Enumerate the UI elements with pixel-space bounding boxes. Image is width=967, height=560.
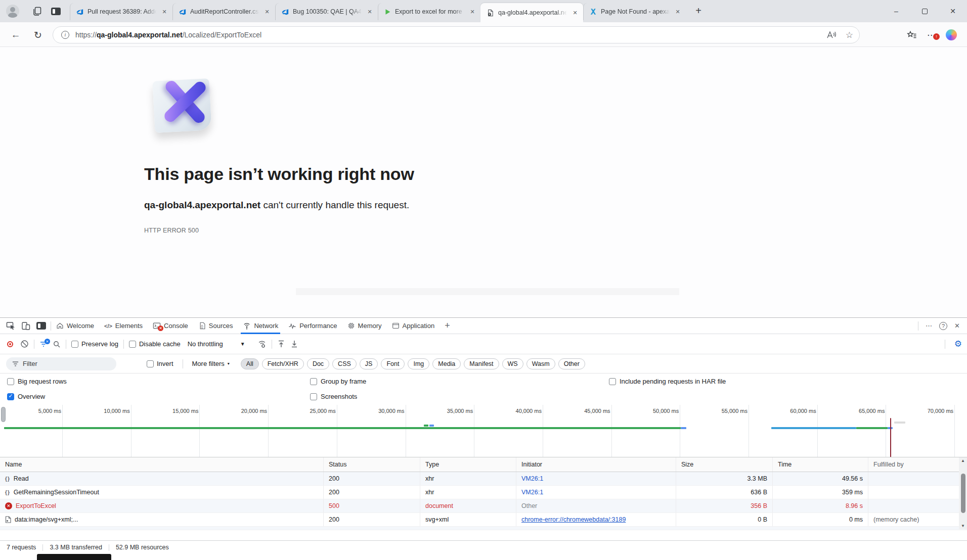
column-type[interactable]: Type (420, 457, 516, 472)
table-scrollbar[interactable]: ▲ ▼ (959, 457, 967, 529)
more-tabs-button[interactable]: + (439, 320, 455, 331)
column-initiator[interactable]: Initiator (516, 457, 676, 472)
more-filters-dropdown[interactable]: More filters▾ (192, 360, 230, 367)
close-window-button[interactable]: ✕ (939, 0, 967, 22)
filter-toggle-icon[interactable]: ✕ (39, 341, 48, 348)
import-har-icon[interactable] (277, 340, 285, 348)
group-by-frame-checkbox[interactable]: Group by frame (310, 378, 366, 385)
record-icon[interactable] (7, 341, 13, 347)
pill-all[interactable]: All (241, 358, 259, 369)
profile-avatar[interactable] (6, 5, 19, 18)
column-size[interactable]: Size (676, 457, 772, 472)
tab-elements[interactable]: </> Elements (99, 318, 148, 334)
export-har-icon[interactable] (290, 340, 298, 348)
browser-tab-pull-request[interactable]: Pull request 36389: Added ✕ (70, 3, 172, 20)
pill-other[interactable]: Other (558, 358, 585, 369)
address-bar[interactable]: i https://qa-global4.apexportal.net/Loca… (53, 26, 860, 43)
tab-welcome[interactable]: Welcome (51, 318, 99, 334)
initiator-link[interactable]: VM26:1 (521, 489, 543, 496)
browser-tab-bug[interactable]: Bug 100350: QAE | QA4 H ✕ (275, 3, 378, 20)
pill-wasm[interactable]: Wasm (526, 358, 555, 369)
scroll-down-icon[interactable]: ▼ (961, 524, 965, 528)
settings-more-icon[interactable]: ⋯↑ (927, 30, 936, 40)
tab-memory[interactable]: Memory (342, 318, 387, 334)
favorites-bar-icon[interactable] (907, 30, 917, 39)
column-status[interactable]: Status (323, 457, 420, 472)
invert-checkbox[interactable]: Invert (147, 360, 173, 367)
tab-console[interactable]: ✕ Console (148, 318, 193, 334)
pill-media[interactable]: Media (432, 358, 461, 369)
tab-performance[interactable]: Performance (283, 318, 342, 334)
screenshots-checkbox[interactable]: Screenshots (310, 393, 357, 400)
tab-application[interactable]: Application (387, 318, 440, 334)
devtools-help-icon[interactable]: ? (939, 322, 947, 330)
clear-icon[interactable] (20, 340, 29, 348)
timeline-gridline (199, 405, 200, 457)
favorite-star-icon[interactable]: ☆ (846, 30, 853, 40)
column-fulfilled-by[interactable]: Fulfilled by (868, 457, 959, 472)
device-toolbar-icon[interactable] (19, 319, 32, 333)
overview-segment (429, 425, 434, 427)
browser-tab-page-not-found[interactable]: Page Not Found - apexana ✕ (583, 3, 686, 20)
read-aloud-icon[interactable] (826, 30, 837, 39)
back-button[interactable]: ← (9, 28, 22, 41)
request-row[interactable]: {}Read 200 xhr VM26:1 3.3 MB 49.56 s (0, 472, 967, 486)
inspect-element-icon[interactable] (4, 319, 17, 333)
restore-button[interactable] (910, 0, 939, 22)
copilot-icon[interactable] (946, 29, 957, 40)
vertical-tabs-icon[interactable] (50, 5, 62, 17)
browser-tab-export-excel[interactable]: Export to excel for more t ✕ (378, 3, 480, 20)
tab-sources[interactable]: {} Sources (193, 318, 238, 334)
tab-close-icon[interactable]: ✕ (263, 8, 271, 16)
tab-close-icon[interactable]: ✕ (674, 8, 682, 16)
scroll-up-icon[interactable]: ▲ (961, 458, 965, 463)
overview-checkbox[interactable]: Overview (7, 393, 45, 400)
tab-title: Pull request 36389: Added (87, 8, 156, 15)
pill-font[interactable]: Font (381, 358, 405, 369)
workspaces-icon[interactable] (31, 5, 43, 17)
throttling-caret-icon[interactable]: ▼ (240, 341, 245, 347)
pill-manifest[interactable]: Manifest (464, 358, 499, 369)
network-overview-timeline[interactable]: 5,000 ms10,000 ms15,000 ms20,000 ms25,00… (0, 405, 967, 457)
new-tab-button[interactable]: + (692, 5, 705, 17)
scrollbar-thumb[interactable] (961, 474, 965, 513)
request-row-error[interactable]: ✕ExportToExcel 500 document Other 356 B … (0, 499, 967, 513)
tab-close-icon[interactable]: ✕ (366, 8, 374, 16)
throttling-select[interactable]: No throttling (188, 340, 223, 348)
tab-close-icon[interactable]: ✕ (571, 9, 579, 17)
include-har-checkbox[interactable]: Include pending requests in HAR file (609, 378, 726, 385)
network-conditions-icon[interactable] (257, 340, 267, 349)
pill-css[interactable]: CSS (332, 358, 357, 369)
initiator-link[interactable]: chrome-error://chromewebdata/:3189 (521, 516, 626, 523)
browser-tab-active[interactable]: qa-global4.apexportal.net ✕ (480, 3, 583, 22)
request-row[interactable]: data:image/svg+xml;... 200 svg+xml chrom… (0, 513, 967, 527)
dock-side-icon[interactable] (34, 319, 48, 333)
pill-fetch-xhr[interactable]: Fetch/XHR (262, 358, 304, 369)
minimize-button[interactable]: – (882, 0, 910, 22)
column-time[interactable]: Time (772, 457, 868, 472)
site-info-icon[interactable]: i (61, 31, 69, 39)
request-row-partial[interactable]: data:image/svg+xml;... 200 svg+xml chrom… (0, 527, 967, 530)
column-name[interactable]: Name (0, 457, 323, 472)
pill-img[interactable]: Img (408, 358, 429, 369)
request-row[interactable]: {}GetRemainingSessionTimeout 200 xhr VM2… (0, 486, 967, 499)
search-icon[interactable] (53, 340, 61, 348)
pill-js[interactable]: JS (360, 358, 378, 369)
pill-ws[interactable]: WS (502, 358, 523, 369)
devtools-more-icon[interactable]: ⋯ (926, 322, 932, 330)
tab-network[interactable]: Network (238, 318, 283, 334)
reload-button[interactable]: ↻ (31, 28, 45, 41)
filter-input[interactable]: Filter (6, 357, 116, 370)
pill-doc[interactable]: Doc (307, 358, 329, 369)
disable-cache-checkbox[interactable]: Disable cache (129, 340, 181, 348)
network-settings-gear-icon[interactable]: ⚙ (954, 339, 962, 349)
devtools-close-icon[interactable]: ✕ (954, 322, 960, 330)
tab-close-icon[interactable]: ✕ (468, 8, 476, 16)
big-request-rows-checkbox[interactable]: Big request rows (7, 378, 67, 385)
timeline-gridline (406, 405, 406, 457)
tab-close-icon[interactable]: ✕ (160, 8, 168, 16)
initiator-link[interactable]: VM26:1 (521, 475, 543, 482)
initiator-link[interactable]: chrome-error://chromewebdata/:3189 (521, 530, 626, 530)
preserve-log-checkbox[interactable]: Preserve log (71, 340, 118, 348)
browser-tab-audit-controller[interactable]: AuditReportController.cs ✕ (172, 3, 275, 20)
